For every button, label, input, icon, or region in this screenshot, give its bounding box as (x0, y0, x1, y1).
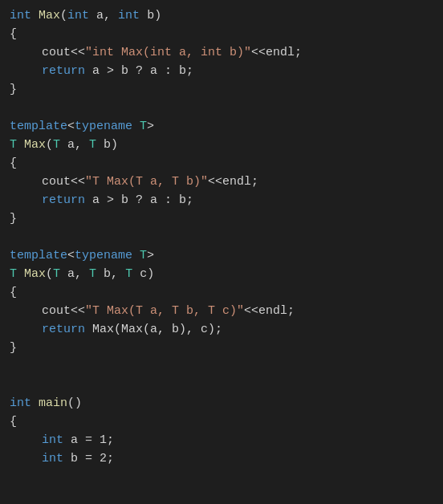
keyword-int-main: int (10, 396, 31, 410)
keyword-return-1: return (42, 64, 85, 78)
type-T-1: T (140, 120, 147, 133)
type-T-3: T (53, 138, 60, 152)
line-25: int b = 2; (10, 449, 433, 468)
angle-open-1: < (67, 120, 75, 133)
keyword-int-a: int (42, 433, 63, 447)
func-max-2: Max (24, 138, 46, 152)
line-12: } (10, 209, 433, 228)
line-1: int Max(int a, int b) (10, 6, 433, 25)
type-T-4: T (89, 138, 96, 152)
func-main: main (39, 396, 67, 410)
keyword-template-1: template (10, 120, 67, 133)
brace-close-2: } (10, 212, 17, 226)
brace-close-1: } (10, 83, 17, 96)
line-20 (10, 357, 433, 376)
line-21 (10, 376, 433, 394)
keyword-int-1: int (10, 9, 31, 22)
keyword-int-3: int (118, 9, 140, 22)
line-13 (10, 228, 433, 246)
line-8: T Max(T a, T b) (10, 136, 433, 154)
line-16: { (10, 283, 433, 302)
endl-3: <<endl; (244, 304, 295, 318)
return-expr-2: a > b ? a : b; (85, 193, 193, 207)
keyword-return-2: return (42, 193, 85, 207)
func-max-1: Max (39, 9, 60, 22)
code-editor: int Max(int a, int b) { cout<<"int Max(i… (10, 6, 433, 468)
angle-open-2: < (67, 249, 75, 262)
paren-3: ( (46, 267, 53, 281)
line-7: template<typename T> (10, 117, 433, 136)
func-max-3: Max (24, 267, 46, 281)
line-11: return a > b ? a : b; (10, 191, 433, 209)
line-5: } (10, 80, 433, 99)
line-17: cout<<"T Max(T a, T b, T c)"<<endl; (10, 302, 433, 320)
line-14: template<typename T> (10, 246, 433, 265)
string-2: "T Max(T a, T b)" (85, 175, 208, 189)
type-T-9: T (125, 267, 132, 281)
line-18: return Max(Max(a, b), c); (10, 320, 433, 339)
brace-close-3: } (10, 341, 17, 355)
line-24: int a = 1; (10, 431, 433, 449)
param-b-3: b, (96, 267, 125, 281)
type-T-7: T (53, 267, 60, 281)
keyword-int-b: int (42, 452, 63, 465)
line-3: cout<<"int Max(int a, int b)"<<endl; (10, 43, 433, 62)
param-c-1: c) (132, 267, 154, 281)
cout-2: cout<< (42, 175, 85, 189)
paren-2: ( (46, 138, 53, 152)
brace-open-1: { (10, 27, 17, 41)
keyword-typename-1: typename (75, 120, 132, 133)
line-19: } (10, 339, 433, 357)
param-a-3: a, (60, 267, 89, 281)
paren-open-1: ( (60, 9, 67, 22)
param-a-1: a, (96, 9, 118, 22)
keyword-return-3: return (42, 323, 85, 336)
string-3: "T Max(T a, T b, T c)" (85, 304, 244, 318)
type-T-2: T (10, 138, 17, 152)
line-15: T Max(T a, T b, T c) (10, 265, 433, 283)
brace-open-3: { (10, 286, 17, 299)
line-22: int main() (10, 394, 433, 413)
line-9: { (10, 154, 433, 173)
line-4: return a > b ? a : b; (10, 62, 433, 80)
string-1: "int Max(int a, int b)" (85, 46, 251, 59)
keyword-template-2: template (10, 249, 67, 262)
angle-close-2: > (147, 249, 154, 262)
keyword-typename-2: typename (75, 249, 132, 262)
line-10: cout<<"T Max(T a, T b)"<<endl; (10, 173, 433, 191)
brace-open-4: { (10, 415, 17, 429)
type-T-8: T (89, 267, 96, 281)
line-2: { (10, 25, 433, 43)
param-b-1: b) (147, 9, 161, 22)
type-T-5: T (140, 249, 147, 262)
var-a: a = 1; (63, 433, 114, 447)
angle-close-1: > (147, 120, 154, 133)
return-expr-1: a > b ? a : b; (85, 64, 193, 78)
cout-1: cout<< (42, 46, 85, 59)
main-parens: () (67, 396, 82, 410)
return-expr-3: Max(Max(a, b), c); (85, 323, 222, 336)
endl-1: <<endl; (251, 46, 302, 59)
type-T-6: T (10, 267, 17, 281)
cout-3: cout<< (42, 304, 85, 318)
param-b-2: b) (96, 138, 118, 152)
brace-open-2: { (10, 156, 17, 170)
var-b: b = 2; (63, 452, 114, 465)
param-a-2: a, (60, 138, 89, 152)
keyword-int-2: int (67, 9, 89, 22)
line-23: { (10, 413, 433, 431)
line-6 (10, 99, 433, 117)
endl-2: <<endl; (208, 175, 258, 189)
